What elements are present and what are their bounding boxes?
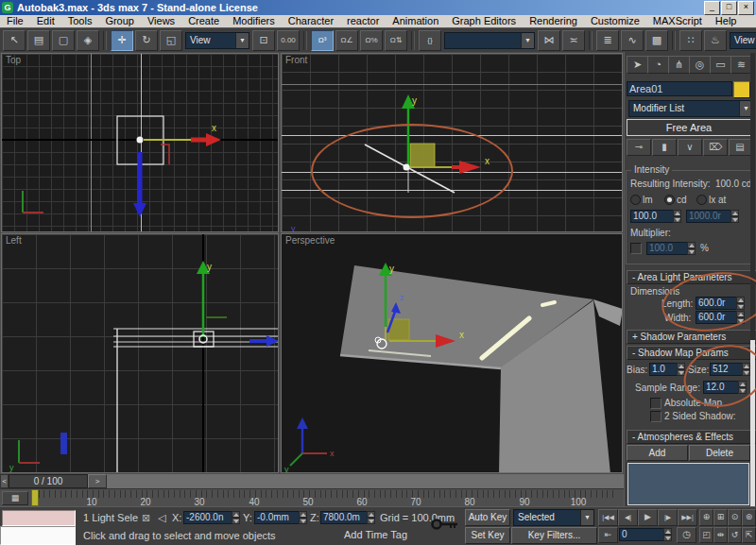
go-to-start-button[interactable]: |◀◀	[598, 509, 618, 526]
shadow-parameters-rollout[interactable]: + Shadow Parameters	[627, 330, 756, 344]
tab-motion[interactable]: ◎	[689, 56, 711, 74]
menu-modifiers[interactable]: Modifiers	[226, 15, 282, 27]
select-object-button[interactable]: ↖	[3, 30, 26, 51]
zoom-extents-all-button[interactable]: ⊛	[742, 509, 756, 526]
maxscript-macro-recorder[interactable]	[2, 510, 76, 526]
angle-snap-button[interactable]: Ω∠	[335, 30, 358, 51]
select-and-move-button[interactable]: ✛	[111, 30, 133, 51]
menu-maxscript[interactable]: MAXScript	[646, 15, 709, 27]
chevron-down-icon[interactable]: ▼	[521, 33, 534, 48]
transform-mode-icon[interactable]: ◁	[158, 512, 165, 524]
rect-selection-region-button[interactable]: ▢	[52, 30, 75, 51]
menu-character[interactable]: Character	[282, 15, 340, 27]
object-name-field[interactable]: Area01	[627, 81, 732, 96]
viewport-top[interactable]: x Top	[1, 53, 279, 232]
time-slider-prev-arrow[interactable]: <	[0, 474, 9, 488]
multiplier-value-field[interactable]: 100.0	[646, 242, 688, 255]
layer-manager-button[interactable]: ≣	[596, 30, 619, 51]
x-spinner[interactable]	[232, 511, 240, 524]
mini-curve-editor-button[interactable]: ▦	[2, 491, 28, 505]
time-slider-next-arrow[interactable]: >	[88, 474, 107, 488]
multiplier-checkbox[interactable]	[630, 243, 642, 254]
pan-button[interactable]: ⇹	[713, 527, 728, 543]
menu-views[interactable]: Views	[141, 15, 181, 27]
select-and-scale-button[interactable]: ◱	[160, 30, 182, 51]
modifier-stack-entry[interactable]: Free Area	[627, 119, 751, 136]
intensity-spinner[interactable]	[673, 210, 681, 223]
menu-group[interactable]: Group	[98, 15, 141, 27]
selection-lock-icon[interactable]: ⊠	[142, 512, 150, 524]
delete-button[interactable]: Delete	[689, 445, 750, 461]
y-spinner[interactable]	[299, 511, 307, 524]
menu-create[interactable]: Create	[181, 15, 226, 27]
named-sets-dropdown[interactable]: ▼	[444, 32, 535, 49]
select-and-rotate-button[interactable]: ↻	[135, 30, 158, 51]
time-slider-handle[interactable]: 0 / 100	[9, 474, 88, 488]
lx-at-spinner[interactable]	[730, 210, 739, 223]
key-filters-button[interactable]: Key Filters...	[511, 527, 597, 544]
use-pivot-center-button[interactable]: ⊡	[252, 30, 275, 51]
menu-edit[interactable]: Edit	[30, 15, 61, 27]
chevron-down-icon[interactable]: ▼	[580, 510, 593, 525]
time-configuration-button[interactable]: ◷	[677, 527, 696, 543]
arc-rotate-button[interactable]: ↺	[728, 527, 742, 543]
tab-create[interactable]: ➤	[627, 56, 648, 74]
zoom-button[interactable]: ⊕	[699, 509, 713, 526]
schematic-view-button[interactable]: ▩	[645, 30, 668, 51]
absolute-map-checkbox[interactable]	[650, 398, 662, 409]
modifier-list-dropdown[interactable]: Modifier List ▼	[628, 100, 753, 117]
x-coordinate-field[interactable]: -2600.0n	[183, 511, 234, 524]
viewport-label-front[interactable]: Front	[285, 55, 307, 65]
y-coordinate-field[interactable]: -0.0mm	[254, 511, 301, 524]
current-frame-field[interactable]: 0	[619, 528, 666, 541]
snap-toggle-button[interactable]: Ω³	[311, 30, 334, 51]
render-type-dropdown[interactable]: View ▼	[730, 32, 756, 49]
lm-radio[interactable]	[630, 195, 641, 205]
track-bar[interactable]: ▦ 10 20 30 40 50 60 70 80 90 100	[0, 488, 624, 506]
menu-help[interactable]: Help	[709, 15, 744, 27]
make-unique-button[interactable]: ∨	[678, 139, 702, 156]
pin-stack-button[interactable]: ⊸	[627, 139, 651, 156]
intensity-value-field[interactable]: 100.0	[630, 210, 674, 223]
reference-coordinate-dropdown[interactable]: View ▼	[185, 32, 249, 49]
material-editor-button[interactable]: ∷	[679, 30, 702, 51]
percent-snap-button[interactable]: Ω%	[360, 30, 383, 51]
remove-modifier-button[interactable]: ⌦	[703, 139, 728, 156]
set-key-button[interactable]: Set Key	[465, 527, 510, 544]
light-color-swatch[interactable]	[733, 81, 750, 98]
zoom-all-button[interactable]: ⊞	[713, 509, 728, 526]
selection-filter-button[interactable]: ◈	[77, 30, 99, 51]
z-spinner[interactable]	[367, 511, 375, 524]
key-mode-toggle-button[interactable]: ⇤	[598, 527, 618, 543]
set-keys-key-icon[interactable]	[430, 517, 458, 532]
curve-editor-button[interactable]: ∿	[621, 30, 644, 51]
two-sided-shadow-checkbox[interactable]	[650, 411, 662, 422]
menu-reactor[interactable]: reactor	[340, 15, 386, 27]
atmospheres-listbox[interactable]	[627, 463, 749, 505]
tab-hierarchy[interactable]: ⋔	[668, 56, 690, 74]
go-to-end-button[interactable]: ▶▶|	[678, 509, 697, 526]
bias-field[interactable]: 1.0	[649, 363, 679, 376]
region-zoom-button[interactable]: ◰	[699, 527, 713, 543]
mirror-button[interactable]: ⋈	[538, 30, 560, 51]
viewport-perspective[interactable]: y z x x y Perspective	[281, 233, 623, 473]
viewport-left[interactable]: y y Left	[1, 233, 279, 473]
viewport-label-perspective[interactable]: Perspective	[285, 235, 335, 246]
auto-key-button[interactable]: Auto Key	[465, 509, 510, 526]
tab-display[interactable]: ▭	[710, 56, 731, 74]
multiplier-spinner[interactable]	[687, 242, 696, 255]
play-button[interactable]: ▶	[638, 509, 658, 526]
show-end-result-button[interactable]: ▮	[652, 139, 677, 156]
cd-radio[interactable]	[664, 195, 675, 205]
restore-button[interactable]: □	[721, 1, 737, 15]
maxscript-mini-listener[interactable]	[0, 526, 76, 545]
key-mode-dropdown[interactable]: Selected ▼	[513, 509, 594, 526]
min-max-toggle-button[interactable]: ⇱	[742, 527, 756, 543]
align-button[interactable]: ≍	[562, 30, 585, 51]
add-button[interactable]: Add	[627, 445, 688, 461]
frame-spinner[interactable]	[663, 528, 672, 541]
menu-customize[interactable]: Customize	[584, 15, 646, 27]
minimize-button[interactable]: _	[704, 1, 720, 15]
previous-frame-button[interactable]: ◀|	[618, 509, 638, 526]
viewport-label-top[interactable]: Top	[6, 55, 21, 65]
